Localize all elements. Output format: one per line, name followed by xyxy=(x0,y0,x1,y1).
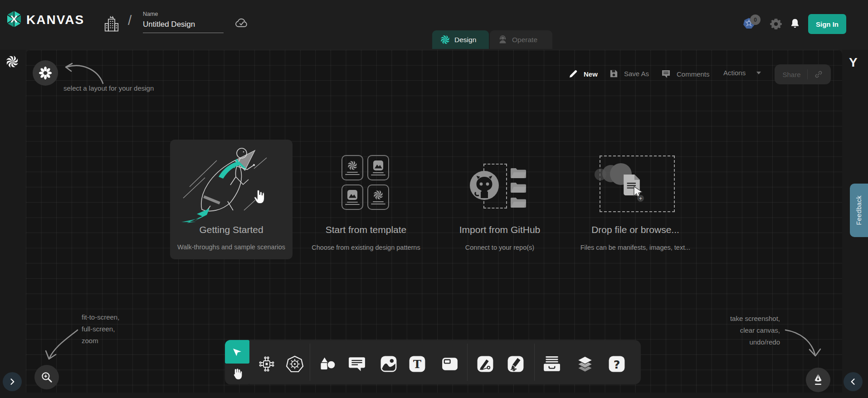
image-icon xyxy=(373,160,384,171)
design-canvas[interactable]: New Save As Comments Actions xyxy=(26,50,842,393)
getting-started-card[interactable]: Getting Started Walk-throughs and sample… xyxy=(170,140,293,259)
brand-name: KANVAS xyxy=(26,13,84,27)
github-icon xyxy=(470,171,499,200)
repo-folder-icon xyxy=(510,167,527,179)
tool-palette: T xyxy=(225,340,641,384)
credits-badge: 0 xyxy=(750,15,761,25)
right-edge-panel: Y Feedback xyxy=(842,50,868,393)
drop-file-card[interactable]: + Drop file or browse... Files can be ma… xyxy=(565,153,706,262)
operate-tab-icon xyxy=(498,35,507,44)
getting-started-title: Getting Started xyxy=(170,224,293,235)
design-name-input[interactable] xyxy=(143,19,224,33)
left-edge-panel xyxy=(0,50,26,393)
tab-design[interactable]: Design xyxy=(432,30,489,49)
share-button[interactable]: Share xyxy=(775,64,831,84)
template-thumbnails xyxy=(341,155,389,210)
organization-icon[interactable] xyxy=(103,15,120,34)
layout-hint-text: select a layout for your design xyxy=(63,84,154,92)
github-title: Import from GitHub xyxy=(432,224,568,235)
toolbar-divider xyxy=(467,344,468,381)
kanvas-logo[interactable]: KANVAS xyxy=(5,9,84,31)
zoom-button[interactable] xyxy=(34,365,59,389)
save-as-icon xyxy=(609,69,619,78)
tab-operate[interactable]: Operate xyxy=(490,30,552,49)
yaml-view-toggle[interactable]: Y xyxy=(849,55,858,70)
template-tile xyxy=(367,184,389,210)
sign-in-button[interactable]: Sign In xyxy=(808,14,846,34)
toolbar-divider xyxy=(534,344,535,381)
name-label: Name xyxy=(143,11,224,17)
notifications-icon[interactable] xyxy=(789,17,801,32)
bottom-left-hint-arrow xyxy=(42,323,88,368)
pencil-tool-button[interactable] xyxy=(506,354,526,374)
help-tool-button[interactable]: ? xyxy=(607,354,627,374)
circuit-tool-button[interactable] xyxy=(257,354,277,374)
bottom-edge-panel xyxy=(0,393,868,398)
design-name-field: Name xyxy=(143,11,224,33)
breadcrumb-separator: / xyxy=(128,13,132,28)
archive-tool-button[interactable] xyxy=(542,354,562,374)
github-subtitle: Connect to your repo(s) xyxy=(432,244,568,251)
frame-tab-icon xyxy=(441,355,458,373)
comment-tool-button[interactable] xyxy=(347,354,367,374)
layout-hint-icon xyxy=(38,66,53,80)
expand-sidebar-button[interactable] xyxy=(3,372,22,391)
feedback-label: Feedback xyxy=(855,195,863,225)
rocket-illustration xyxy=(177,141,286,223)
help-icon: ? xyxy=(608,355,625,373)
pen-path-icon xyxy=(477,355,494,373)
share-link-icon xyxy=(814,70,823,79)
template-tile xyxy=(367,155,389,180)
canvas-spinner-icon xyxy=(6,55,19,70)
pen-nib-icon xyxy=(812,373,824,387)
shapes-tool-button[interactable] xyxy=(317,354,337,374)
credits-indicator[interactable]: 0 xyxy=(743,15,764,30)
getting-started-subtitle: Walk-throughs and sample scenarios xyxy=(170,243,293,251)
design-tab-icon xyxy=(440,35,450,44)
pan-tool-button[interactable] xyxy=(225,364,249,384)
layers-tool-button[interactable] xyxy=(575,354,595,374)
comments-button[interactable]: Comments xyxy=(661,69,710,79)
pinwheel-icon xyxy=(347,160,357,170)
frame-tool-button[interactable] xyxy=(440,354,460,374)
import-github-card[interactable]: Import from GitHub Connect to your repo(… xyxy=(432,153,568,262)
pen-mode-button[interactable] xyxy=(806,368,830,392)
new-button[interactable]: New xyxy=(568,69,598,79)
layout-hint-arrow xyxy=(54,56,108,86)
pencil-scribble-icon xyxy=(507,355,524,373)
repo-folder-icon xyxy=(510,181,527,193)
design-tab-label: Design xyxy=(454,36,476,44)
actions-menu-button[interactable]: Actions xyxy=(723,69,762,77)
image-frame-icon xyxy=(380,355,397,373)
kubernetes-tool-button[interactable] xyxy=(285,354,305,374)
feedback-button[interactable]: Feedback xyxy=(850,184,868,237)
save-as-button[interactable]: Save As xyxy=(609,69,649,78)
text-tool-button[interactable]: T xyxy=(407,354,427,374)
template-tile xyxy=(341,155,363,180)
sync-status-icon xyxy=(234,16,249,30)
select-tool-button[interactable] xyxy=(225,340,249,364)
select-cursor-icon xyxy=(232,346,243,357)
drop-title: Drop file or browse... xyxy=(565,224,706,235)
comments-icon xyxy=(661,69,671,79)
mouse-hand-cursor xyxy=(252,188,267,205)
archive-drawer-icon xyxy=(543,356,561,372)
settings-icon[interactable] xyxy=(770,18,782,32)
new-icon xyxy=(568,69,578,79)
logo-icon xyxy=(5,9,23,31)
shapes-icon xyxy=(319,356,336,372)
text-icon: T xyxy=(409,355,426,373)
kubernetes-icon xyxy=(286,355,304,373)
pen-path-tool-button[interactable] xyxy=(475,354,495,374)
circuit-chip-icon xyxy=(258,355,276,373)
operate-tab-label: Operate xyxy=(512,36,537,44)
start-from-template-card[interactable]: Start from template Choose from existing… xyxy=(298,153,434,262)
add-file-badge: + xyxy=(637,195,644,202)
zoom-icon xyxy=(40,371,53,383)
template-title: Start from template xyxy=(298,224,434,235)
pan-hand-icon xyxy=(231,368,243,380)
layers-icon xyxy=(576,356,594,373)
collapse-sidebar-button[interactable] xyxy=(844,372,863,391)
image-tool-button[interactable] xyxy=(379,354,399,374)
tool-bar: T xyxy=(249,340,641,384)
